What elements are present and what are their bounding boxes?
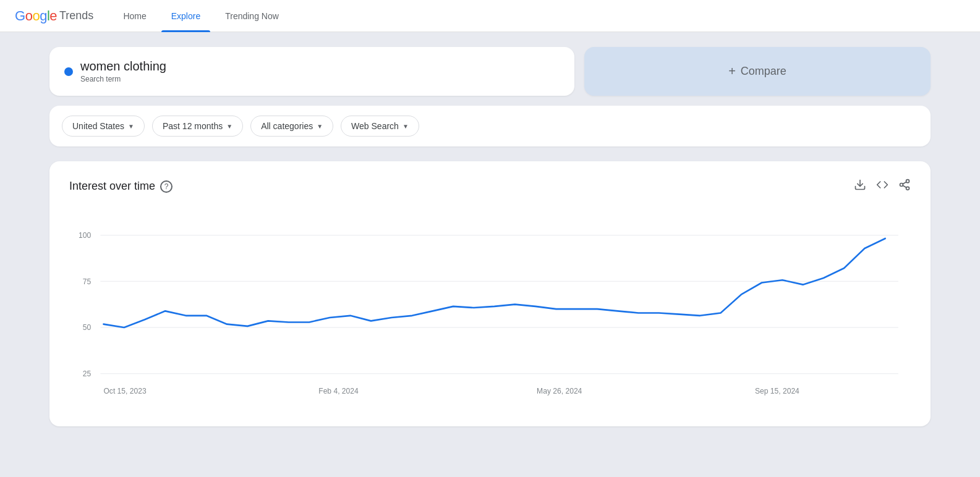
share-icon[interactable] <box>898 179 911 194</box>
filter-time-label: Past 12 months <box>163 121 223 131</box>
filter-country-label: United States <box>72 121 124 131</box>
svg-text:75: 75 <box>83 277 92 285</box>
svg-text:Sep 15, 2024: Sep 15, 2024 <box>755 386 799 395</box>
nav-home[interactable]: Home <box>113 0 156 32</box>
filter-category[interactable]: All categories ▼ <box>250 116 333 137</box>
filter-country-arrow: ▼ <box>128 123 134 130</box>
help-icon[interactable]: ? <box>160 180 173 193</box>
chart-actions <box>854 179 911 194</box>
main-nav: Home Explore Trending Now <box>113 0 288 32</box>
filter-time-arrow: ▼ <box>226 123 232 130</box>
search-term-text: women clothing <box>80 59 166 74</box>
search-info: women clothing Search term <box>80 59 166 83</box>
filter-time-period[interactable]: Past 12 months ▼ <box>152 116 243 137</box>
filter-search-type-label: Web Search <box>351 121 399 131</box>
filter-search-type-arrow: ▼ <box>403 123 409 130</box>
filter-search-type[interactable]: Web Search ▼ <box>341 116 419 137</box>
header: Google Trends Home Explore Trending Now <box>0 0 980 32</box>
interest-chart: 100 75 50 25 Oct 15, 2023 Feb 4, 2024 Ma… <box>69 209 911 407</box>
chart-card: Interest over time ? <box>49 161 931 426</box>
filter-country[interactable]: United States ▼ <box>62 116 145 137</box>
svg-text:May 26, 2024: May 26, 2024 <box>537 386 582 395</box>
main-content: women clothing Search term + Compare Uni… <box>0 32 980 441</box>
chart-container: 100 75 50 25 Oct 15, 2023 Feb 4, 2024 Ma… <box>69 209 911 409</box>
logo-g: G <box>15 8 25 23</box>
logo[interactable]: Google Trends <box>15 8 93 24</box>
search-row: women clothing Search term + Compare <box>49 47 931 96</box>
svg-line-5 <box>903 182 906 184</box>
chart-title: Interest over time <box>69 180 155 193</box>
search-card: women clothing Search term <box>49 47 574 96</box>
download-icon[interactable] <box>854 179 866 194</box>
chart-title-row: Interest over time ? <box>69 180 173 193</box>
nav-trending-now[interactable]: Trending Now <box>215 0 289 32</box>
svg-text:50: 50 <box>83 323 92 332</box>
svg-text:100: 100 <box>79 231 91 240</box>
filter-row: United States ▼ Past 12 months ▼ All cat… <box>49 106 931 146</box>
logo-e: e <box>49 8 57 23</box>
chart-header: Interest over time ? <box>69 179 911 194</box>
compare-card[interactable]: + Compare <box>584 47 931 96</box>
logo-o2: o <box>32 8 40 23</box>
search-type-label: Search term <box>80 75 166 83</box>
logo-o1: o <box>25 8 33 23</box>
logo-g2: g <box>40 8 47 23</box>
compare-plus-icon: + <box>728 64 736 78</box>
filter-category-arrow: ▼ <box>317 123 323 130</box>
svg-text:25: 25 <box>83 369 92 378</box>
compare-label: Compare <box>741 65 786 78</box>
logo-trends: Trends <box>59 9 93 22</box>
embed-icon[interactable] <box>876 179 888 194</box>
filter-category-label: All categories <box>261 121 313 131</box>
svg-text:Oct 15, 2023: Oct 15, 2023 <box>103 386 146 395</box>
search-term-dot <box>64 67 73 76</box>
nav-explore[interactable]: Explore <box>161 0 210 32</box>
svg-line-4 <box>903 185 906 187</box>
svg-text:Feb 4, 2024: Feb 4, 2024 <box>318 386 359 395</box>
